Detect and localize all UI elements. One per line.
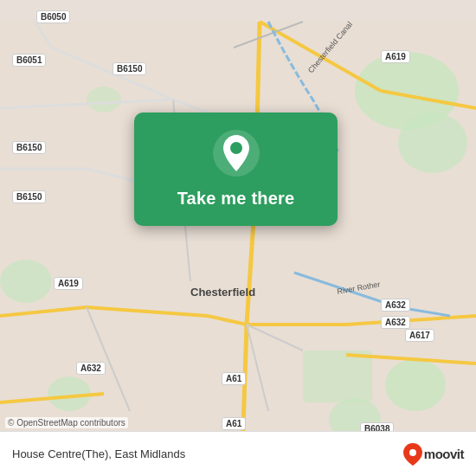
road-badge: A619 bbox=[381, 50, 410, 63]
moovit-brand-text: moovit bbox=[424, 447, 464, 461]
svg-point-35 bbox=[230, 142, 242, 154]
svg-rect-8 bbox=[303, 351, 372, 402]
road-badge: B6051 bbox=[12, 54, 46, 67]
svg-point-7 bbox=[87, 87, 121, 113]
road-badge: B6150 bbox=[12, 190, 46, 203]
road-badge: B6050 bbox=[36, 10, 70, 23]
road-badge: A61 bbox=[222, 417, 246, 430]
road-badge: A61 bbox=[222, 372, 246, 385]
road-badge: A632 bbox=[381, 299, 410, 312]
location-card: Take me there bbox=[134, 113, 338, 226]
svg-point-3 bbox=[0, 260, 52, 303]
place-name: House Centre(The), East Midlands bbox=[12, 447, 185, 460]
svg-point-5 bbox=[385, 359, 446, 411]
svg-point-2 bbox=[398, 113, 467, 173]
moovit-logo: moovit bbox=[403, 443, 464, 466]
map-container: Chesterfield Canal River Rother B6050B60… bbox=[0, 0, 476, 476]
osm-credit: © OpenStreetMap contributors bbox=[5, 417, 128, 428]
road-badge: A619 bbox=[54, 277, 83, 290]
location-pin-icon bbox=[213, 130, 260, 177]
road-badge: A632 bbox=[381, 316, 410, 329]
road-badge: B6150 bbox=[113, 62, 146, 75]
road-badge: A632 bbox=[76, 362, 106, 375]
road-badge: A617 bbox=[405, 329, 434, 342]
city-label: Chesterfield bbox=[190, 286, 255, 299]
take-me-there-button[interactable]: Take me there bbox=[177, 189, 295, 209]
svg-point-36 bbox=[409, 449, 416, 456]
map-background: Chesterfield Canal River Rother bbox=[0, 0, 476, 476]
road-badge: B6150 bbox=[12, 141, 46, 154]
moovit-pin-icon bbox=[403, 443, 422, 466]
bottom-bar: House Centre(The), East Midlands moovit bbox=[0, 431, 476, 476]
